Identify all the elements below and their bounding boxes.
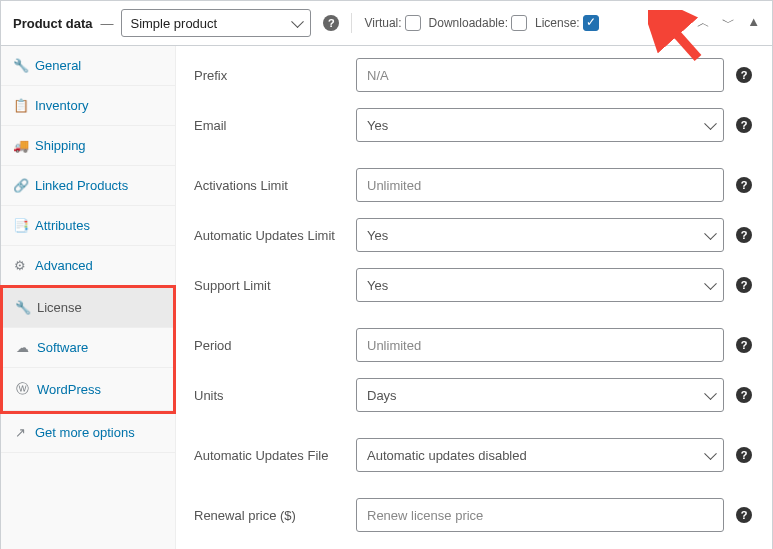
content-panel: Prefix ? Email Yes ? Activations Limit ?… [176, 46, 772, 549]
highlight-box: 🔧License ☁Software ⓦWordPress [0, 285, 176, 414]
help-icon[interactable]: ? [736, 227, 752, 243]
units-select[interactable]: Days [356, 378, 724, 412]
units-label: Units [194, 388, 344, 403]
help-icon[interactable]: ? [736, 447, 752, 463]
renewal-input[interactable] [356, 498, 724, 532]
virtual-label[interactable]: Virtual: [364, 15, 420, 31]
support-select[interactable]: Yes [356, 268, 724, 302]
wrench-icon: 🔧 [13, 58, 27, 73]
sidebar-item-linked[interactable]: 🔗Linked Products [1, 166, 175, 206]
help-icon[interactable]: ? [736, 277, 752, 293]
help-icon[interactable]: ? [736, 117, 752, 133]
help-icon[interactable]: ? [736, 507, 752, 523]
period-label: Period [194, 338, 344, 353]
dash: — [100, 16, 113, 31]
tabs-icon: 📑 [13, 218, 27, 233]
sidebar-item-advanced[interactable]: ⚙Advanced [1, 246, 175, 286]
panel-header: Product data — Simple product ? Virtual:… [1, 1, 772, 46]
chevron-up-icon[interactable]: ︿ [697, 14, 710, 32]
help-icon[interactable]: ? [736, 337, 752, 353]
external-icon: ↗ [13, 425, 27, 440]
virtual-checkbox[interactable] [405, 15, 421, 31]
link-icon: 🔗 [13, 178, 27, 193]
triangle-up-icon[interactable]: ▲ [747, 14, 760, 32]
help-icon[interactable]: ? [736, 177, 752, 193]
email-label: Email [194, 118, 344, 133]
wrench-icon: 🔧 [15, 300, 29, 315]
sidebar: 🔧General 📋Inventory 🚚Shipping 🔗Linked Pr… [1, 46, 176, 549]
downloadable-checkbox[interactable] [511, 15, 527, 31]
chevron-down-icon[interactable]: ﹀ [722, 14, 735, 32]
clipboard-icon: 📋 [13, 98, 27, 113]
license-checkbox[interactable] [583, 15, 599, 31]
activations-input[interactable] [356, 168, 724, 202]
auto-updates-select[interactable]: Yes [356, 218, 724, 252]
period-input[interactable] [356, 328, 724, 362]
help-icon[interactable]: ? [736, 387, 752, 403]
sidebar-item-more[interactable]: ↗Get more options [1, 413, 175, 453]
updates-file-select[interactable]: Automatic updates disabled [356, 438, 724, 472]
activations-label: Activations Limit [194, 178, 344, 193]
sidebar-item-shipping[interactable]: 🚚Shipping [1, 126, 175, 166]
help-icon[interactable]: ? [323, 15, 339, 31]
product-type-select[interactable]: Simple product [121, 9, 311, 37]
sidebar-item-attributes[interactable]: 📑Attributes [1, 206, 175, 246]
downloadable-label[interactable]: Downloadable: [429, 15, 527, 31]
panel-title: Product data [13, 16, 92, 31]
license-label[interactable]: License: [535, 15, 599, 31]
truck-icon: 🚚 [13, 138, 27, 153]
sidebar-item-license[interactable]: 🔧License [3, 288, 173, 328]
prefix-label: Prefix [194, 68, 344, 83]
auto-updates-label: Automatic Updates Limit [194, 228, 344, 243]
sidebar-item-software[interactable]: ☁Software [3, 328, 173, 368]
wordpress-icon: ⓦ [15, 380, 29, 398]
sidebar-item-inventory[interactable]: 📋Inventory [1, 86, 175, 126]
prefix-input[interactable] [356, 58, 724, 92]
cloud-icon: ☁ [15, 340, 29, 355]
support-label: Support Limit [194, 278, 344, 293]
sidebar-item-general[interactable]: 🔧General [1, 46, 175, 86]
gear-icon: ⚙ [13, 258, 27, 273]
updates-file-label: Automatic Updates File [194, 448, 344, 463]
sidebar-item-wordpress[interactable]: ⓦWordPress [3, 368, 173, 411]
email-select[interactable]: Yes [356, 108, 724, 142]
renewal-label: Renewal price ($) [194, 508, 344, 523]
help-icon[interactable]: ? [736, 67, 752, 83]
